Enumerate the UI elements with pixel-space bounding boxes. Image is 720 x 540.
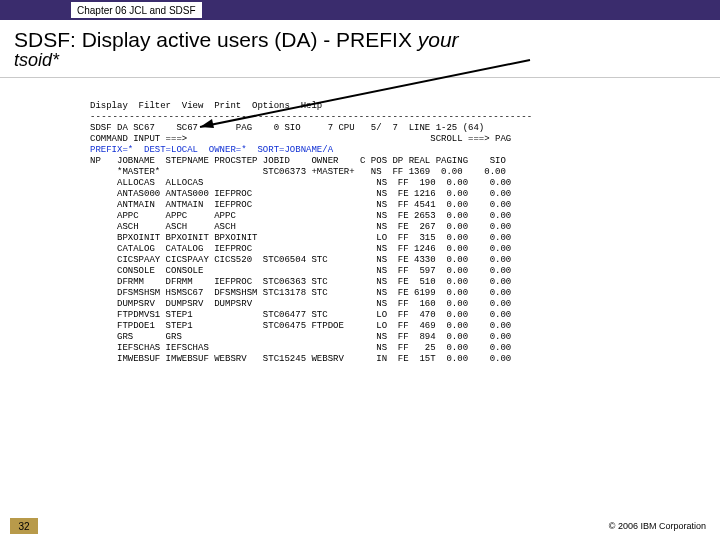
slide-title-block: SDSF: Display active users (DA) - PREFIX… [0, 20, 720, 71]
copyright-text: © 2006 IBM Corporation [609, 521, 706, 531]
command-line: COMMAND INPUT ===> SCROLL ===> PAG [90, 134, 511, 144]
footer: 32 © 2006 IBM Corporation [0, 518, 720, 534]
title-text-a: SDSF: Display active users (DA) - PREFIX [14, 28, 418, 51]
chapter-tab: Chapter 06 JCL and SDSF [70, 1, 203, 19]
dash-line: ----------------------------------------… [90, 112, 532, 122]
column-headers: NP JOBNAME STEPNAME PROCSTEP JOBID OWNER… [90, 156, 506, 166]
menu-line: Display Filter View Print Options Help [90, 101, 322, 111]
title-line-2: tsoid* [14, 50, 702, 71]
table-rows: *MASTER* STC06373 +MASTER+ NS FF 1369 0.… [90, 167, 694, 365]
chapter-label: Chapter 06 JCL and SDSF [77, 5, 196, 16]
page-number: 32 [10, 518, 38, 534]
prefix-line: PREFIX=* DEST=LOCAL OWNER=* SORT=JOBNAME… [90, 145, 333, 155]
chapter-bar: Chapter 06 JCL and SDSF [0, 0, 720, 20]
status-line: SDSF DA SC67 SC67 PAG 0 SIO 7 CPU 5/ 7 L… [90, 123, 484, 133]
title-line-1: SDSF: Display active users (DA) - PREFIX… [14, 28, 702, 52]
title-text-b: your [418, 28, 459, 51]
terminal-screenshot: Display Filter View Print Options Help -… [0, 78, 720, 376]
